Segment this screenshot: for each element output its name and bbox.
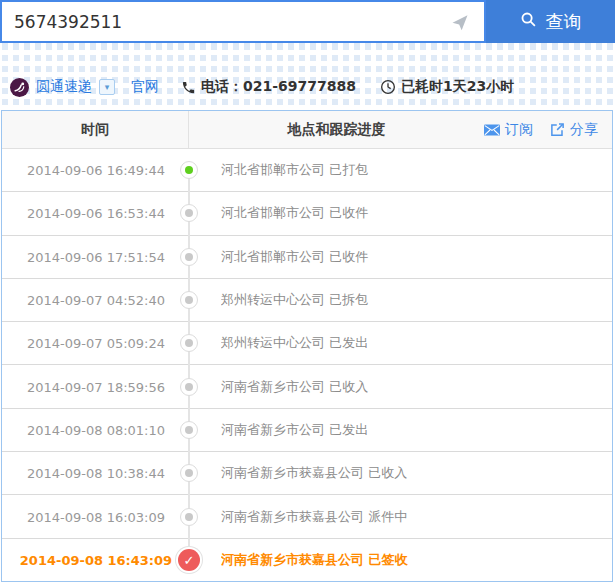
search-bar: 查询: [0, 0, 615, 43]
phone-icon: [181, 80, 196, 95]
tracking-marker-icon: [180, 248, 198, 266]
courier-phone: 电话：021-69777888: [181, 78, 356, 96]
column-header-progress: 地点和跟踪进度: [189, 111, 454, 148]
tracking-row: 2014-09-08 16:03:09 河南省新乡市获嘉县公司 派件中: [2, 494, 612, 537]
tracking-row: 2014-09-07 04:52:40 郑州转运中心公司 已拆包: [2, 278, 612, 321]
share-button[interactable]: 分享: [550, 121, 598, 139]
subscribe-button[interactable]: 订阅: [484, 121, 533, 139]
tracking-status: 河北省邯郸市公司 已收件: [221, 204, 604, 222]
tracking-marker-icon: [180, 161, 198, 179]
tracking-row: 2014-09-06 16:49:44 河北省邯郸市公司 已打包: [2, 149, 612, 191]
tracking-rows: 2014-09-06 16:49:44 河北省邯郸市公司 已打包 2014-09…: [2, 149, 612, 581]
subscribe-label: 订阅: [505, 121, 533, 139]
elapsed-time: 已耗时1天23小时: [380, 78, 514, 96]
tracking-row: 2014-09-08 10:38:44 河南省新乡市获嘉县公司 已收入: [2, 451, 612, 494]
tracking-marker-icon: [180, 204, 198, 222]
tracking-marker-icon: [180, 291, 198, 309]
mail-icon: [484, 124, 500, 136]
tracking-marker-icon: [178, 549, 200, 571]
send-icon[interactable]: [450, 12, 470, 32]
tracking-status: 郑州转运中心公司 已拆包: [221, 291, 604, 309]
tracking-row: 2014-09-08 08:01:10 河南省新乡市公司 已发出: [2, 408, 612, 451]
tracking-time: 2014-09-08 08:01:10: [2, 422, 190, 437]
tracking-marker-icon: [180, 464, 198, 482]
courier-info-bar: 圆通速递 ▾ 官网 电话：021-69777888 已耗时1天23小时: [10, 74, 514, 100]
tracking-status: 河南省新乡市公司 已收入: [221, 378, 604, 396]
column-header-time: 时间: [2, 111, 189, 148]
tracking-time: 2014-09-07 04:52:40: [2, 293, 190, 308]
courier-logo-icon: [10, 78, 29, 97]
tracking-row: 2014-09-06 16:53:44 河北省邯郸市公司 已收件: [2, 191, 612, 234]
tracking-row: 2014-09-08 16:43:09 河南省新乡市获嘉县公司 已签收: [2, 538, 612, 581]
tracking-status: 河南省新乡市获嘉县公司 派件中: [221, 508, 604, 526]
tracking-status: 河北省邯郸市公司 已收件: [221, 248, 604, 266]
search-button-label: 查询: [546, 10, 582, 34]
tracking-table: 时间 地点和跟踪进度 订阅 分享 2014-09-06 16:49:44: [1, 110, 613, 582]
tracking-marker-icon: [180, 378, 198, 396]
official-site-link[interactable]: 官网: [131, 78, 159, 96]
clock-icon: [380, 79, 396, 95]
courier-phone-text: 电话：021-69777888: [201, 78, 356, 96]
tracking-status: 郑州转运中心公司 已发出: [221, 334, 604, 352]
tracking-marker-icon: [180, 421, 198, 439]
tracking-time: 2014-09-08 16:03:09: [2, 509, 190, 524]
tracking-time: 2014-09-06 16:49:44: [2, 163, 190, 178]
tracking-status: 河南省新乡市公司 已发出: [221, 421, 604, 439]
elapsed-time-text: 已耗时1天23小时: [401, 78, 514, 96]
courier-dropdown[interactable]: ▾: [99, 79, 115, 95]
tracking-row: 2014-09-07 05:09:24 郑州转运中心公司 已发出: [2, 321, 612, 364]
tracking-time: 2014-09-08 16:43:09: [2, 552, 190, 567]
tracking-number-input[interactable]: [2, 2, 484, 41]
tracking-time: 2014-09-06 16:53:44: [2, 206, 190, 221]
tracking-time: 2014-09-07 18:59:56: [2, 379, 190, 394]
share-label: 分享: [570, 121, 598, 139]
tracking-time: 2014-09-08 10:38:44: [2, 466, 190, 481]
tracking-status: 河南省新乡市获嘉县公司 已签收: [221, 551, 604, 569]
search-icon: [520, 11, 537, 32]
tracking-marker-icon: [180, 508, 198, 526]
tracking-marker-icon: [180, 334, 198, 352]
tracking-row: 2014-09-06 17:51:54 河北省邯郸市公司 已收件: [2, 235, 612, 278]
tracking-status: 河北省邯郸市公司 已打包: [221, 161, 604, 179]
courier-name-link[interactable]: 圆通速递: [36, 78, 92, 96]
table-header: 时间 地点和跟踪进度 订阅 分享: [2, 111, 612, 149]
tracking-page: 查询 圆通速递 ▾ 官网 电话：021-69777888 已耗时1天23小时: [0, 0, 615, 585]
share-icon: [550, 122, 565, 137]
tracking-time: 2014-09-06 17:51:54: [2, 249, 190, 264]
table-actions: 订阅 分享: [454, 111, 612, 148]
search-input-wrap: [0, 0, 486, 43]
search-button[interactable]: 查询: [486, 0, 615, 43]
tracking-status: 河南省新乡市获嘉县公司 已收入: [221, 464, 604, 482]
tracking-time: 2014-09-07 05:09:24: [2, 336, 190, 351]
tracking-row: 2014-09-07 18:59:56 河南省新乡市公司 已收入: [2, 364, 612, 407]
